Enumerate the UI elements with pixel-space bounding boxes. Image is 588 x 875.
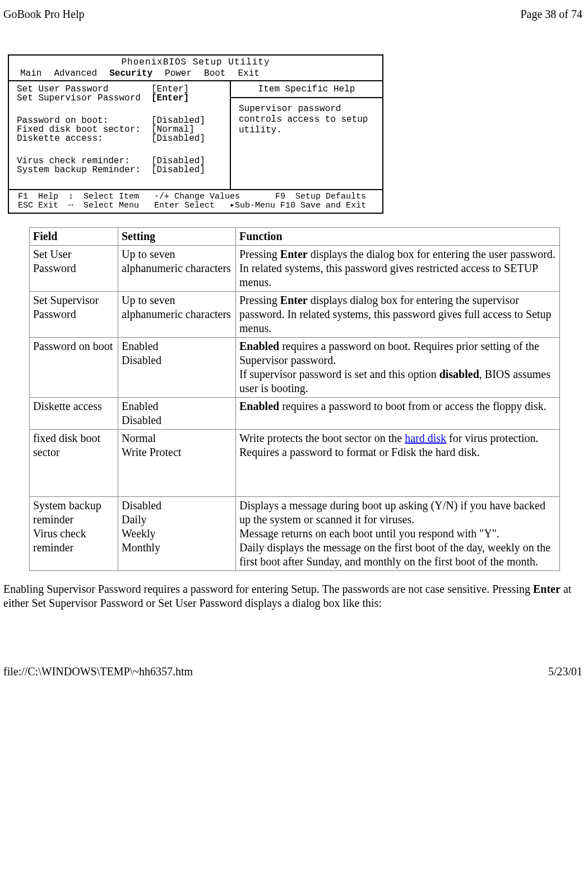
cell-setting: EnabledDisabled: [118, 337, 236, 397]
bios-field-label: Set User Password: [17, 85, 151, 94]
bios-menu-main: Main: [20, 69, 41, 78]
bios-footer-l1: F1 Help ↕ Select Item -/+ Change Values …: [18, 192, 366, 201]
cell-setting: NormalWrite Protect: [118, 429, 236, 496]
bios-field-value: [Disabled]: [151, 116, 205, 125]
bios-field-row: Set User Password[Enter]: [17, 85, 223, 94]
bios-field-value: [Enter]: [151, 85, 189, 94]
bios-title: PhoenixBIOS Setup Utility: [9, 56, 382, 68]
bios-screenshot: PhoenixBIOS Setup Utility Main Advanced …: [8, 54, 383, 214]
th-field: Field: [30, 227, 118, 245]
page-header: GoBook Pro Help Page 38 of 74: [0, 8, 588, 21]
doc-title: GoBook Pro Help: [3, 8, 84, 21]
table-row: fixed disk boot sectorNormalWrite Protec…: [30, 429, 560, 496]
bios-field-label: Virus check reminder:: [17, 156, 151, 165]
bottom-paragraph: Enabling Supervisor Password requires a …: [3, 582, 582, 610]
cell-function: Pressing Enter displays the dialog box f…: [236, 245, 560, 291]
table-header-row: Field Setting Function: [30, 227, 560, 245]
bios-field-value: [Disabled]: [151, 156, 205, 165]
cell-setting: DisabledDailyWeeklyMonthly: [118, 496, 236, 570]
th-setting: Setting: [118, 227, 236, 245]
bios-field-label: Set Supervisor Password: [17, 94, 151, 103]
bios-menu-boot: Boot: [204, 69, 225, 78]
bios-footer-l2: ESC Exit ↔ Select Menu Enter Select ▸Sub…: [18, 201, 366, 210]
bios-menu-advanced: Advanced: [54, 69, 97, 78]
bios-help-title: Item Specific Help: [231, 81, 382, 98]
table-row: Set User PasswordUp to seven alphanumeri…: [30, 245, 560, 291]
table-row: Diskette accessEnabledDisabledEnabled re…: [30, 397, 560, 429]
bios-field-label: Fixed disk boot sector:: [17, 125, 151, 134]
bios-field-row: System backup Reminder:[Disabled]: [17, 165, 223, 174]
bios-field-label: System backup Reminder:: [17, 165, 151, 174]
bios-field-row: Virus check reminder:[Disabled]: [17, 156, 223, 165]
bios-field-row: Fixed disk boot sector:[Normal]: [17, 125, 223, 134]
bios-field-value: [Disabled]: [151, 165, 205, 174]
bios-body: Set User Password[Enter]Set Supervisor P…: [9, 81, 382, 190]
cell-field: Password on boot: [30, 337, 118, 397]
cell-field: Diskette access: [30, 397, 118, 429]
bios-field-label: Password on boot:: [17, 116, 151, 125]
cell-field: fixed disk boot sector: [30, 429, 118, 496]
cell-setting: Up to seven alphanumeric characters: [118, 245, 236, 291]
table-row: Password on bootEnabledDisabledEnabled r…: [30, 337, 560, 397]
bios-help-body: Supervisor password controls access to s…: [231, 98, 382, 142]
cell-setting: Up to seven alphanumeric characters: [118, 291, 236, 337]
th-function: Function: [236, 227, 560, 245]
page-footer: file://C:\WINDOWS\TEMP\~hh6357.htm 5/23/…: [0, 665, 588, 684]
cell-function: Write protects the boot sector on the ha…: [236, 429, 560, 496]
hard-disk-link[interactable]: hard disk: [405, 432, 446, 444]
cell-function: Enabled requires a password on boot. Req…: [236, 337, 560, 397]
bios-field-label: Diskette access:: [17, 134, 151, 143]
cell-setting: EnabledDisabled: [118, 397, 236, 429]
page-number: Page 38 of 74: [520, 8, 582, 21]
bios-field-value: [Normal]: [151, 125, 195, 134]
bios-menu-security: Security: [109, 69, 152, 78]
bios-left-panel: Set User Password[Enter]Set Supervisor P…: [9, 81, 231, 189]
file-path: file://C:\WINDOWS\TEMP\~hh6357.htm: [3, 665, 193, 678]
fields-table: Field Setting Function Set User Password…: [29, 227, 560, 571]
bios-field-row: Diskette access:[Disabled]: [17, 134, 223, 143]
cell-function: Displays a message during boot up asking…: [236, 496, 560, 570]
bios-field-value: [Disabled]: [151, 134, 205, 143]
bios-right-panel: Item Specific Help Supervisor password c…: [231, 81, 382, 189]
bios-footer: F1 Help ↕ Select Item -/+ Change Values …: [9, 190, 382, 213]
table-row: Set Supervisor PasswordUp to seven alpha…: [30, 291, 560, 337]
bios-menu-exit: Exit: [238, 69, 259, 78]
bios-field-value: [Enter]: [151, 94, 189, 103]
bios-field-row: Password on boot:[Disabled]: [17, 116, 223, 125]
cell-function: Enabled requires a password to boot from…: [236, 397, 560, 429]
cell-field: Set User Password: [30, 245, 118, 291]
cell-field: Set Supervisor Password: [30, 291, 118, 337]
bios-field-row: Set Supervisor Password[Enter]: [17, 94, 223, 103]
cell-field: System backup reminderVirus check remind…: [30, 496, 118, 570]
cell-function: Pressing Enter displays dialog box for e…: [236, 291, 560, 337]
footer-date: 5/23/01: [548, 665, 582, 678]
bios-menu-power: Power: [165, 69, 192, 78]
bios-menubar: Main Advanced Security Power Boot Exit: [9, 68, 382, 81]
table-row: System backup reminderVirus check remind…: [30, 496, 560, 570]
